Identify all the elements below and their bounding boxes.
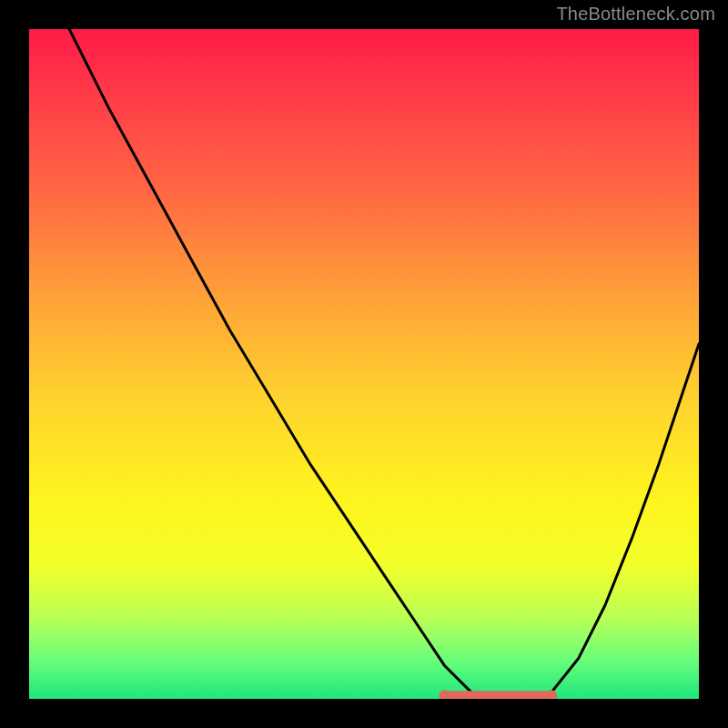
bottleneck-curve xyxy=(29,29,699,699)
plot-area xyxy=(29,29,699,699)
watermark-text: TheBottleneck.com xyxy=(556,4,715,25)
chart-frame: TheBottleneck.com xyxy=(0,0,728,728)
curve-layer xyxy=(29,29,699,699)
